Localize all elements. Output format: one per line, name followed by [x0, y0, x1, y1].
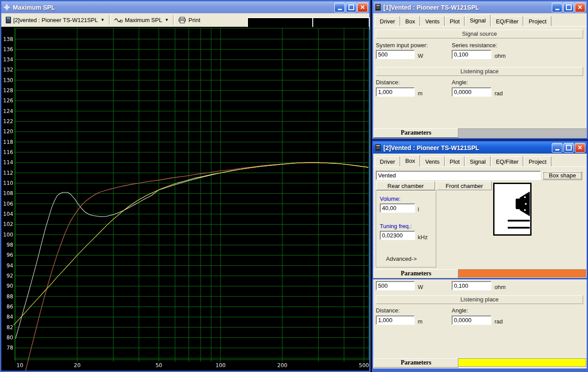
print-icon: [178, 17, 186, 23]
front-chamber-tab[interactable]: Front chamber: [437, 181, 492, 190]
tab-box[interactable]: Box: [401, 16, 420, 26]
maximize-button[interactable]: [346, 3, 356, 12]
y-tick-label: 114: [3, 159, 13, 165]
parameters-button[interactable]: Parameters: [374, 269, 458, 278]
tab-signal[interactable]: Signal: [465, 15, 491, 26]
tuning-freq-label: Tuning freq.:: [380, 223, 412, 229]
tab-eq-filter[interactable]: EQ/Filter: [491, 16, 523, 26]
power-unit: W: [418, 53, 423, 59]
tab-vents[interactable]: Vents: [420, 16, 445, 26]
series-resistance-label: Series resistance:: [452, 42, 497, 49]
y-tick-label: 86: [7, 304, 13, 310]
project-selector[interactable]: [2]vented : Pioneer TS-W121SPL: [13, 17, 98, 23]
print-button[interactable]: Print: [188, 17, 200, 23]
angle-label: Angle:: [452, 79, 468, 86]
maximize-button[interactable]: [563, 3, 574, 12]
minimize-button[interactable]: [334, 3, 345, 12]
maximize-button[interactable]: [563, 143, 574, 153]
y-tick-label: 118: [3, 139, 13, 145]
parameters-button[interactable]: Parameters: [374, 128, 458, 138]
y-tick-label: 116: [3, 149, 13, 155]
volume-field[interactable]: [380, 203, 415, 213]
window2-tabs: DriverBoxVentsPlotSignalEQ/FilterProject: [373, 154, 587, 166]
spl-chart-svg[interactable]: 1381361341321301281261241221201181161141…: [1, 27, 369, 371]
series-resistance-field[interactable]: [452, 50, 491, 59]
project-icon: [6, 17, 11, 23]
window1-tabs: DriverBoxVentsPlotSignalEQ/FilterProject: [373, 13, 587, 26]
parameters-button[interactable]: Parameters: [374, 358, 458, 368]
y-tick-label: 110: [3, 180, 13, 186]
window1-title: [1]Vented : Pioneer TS-W121SPL: [383, 4, 552, 11]
window2-status-bar: [458, 269, 586, 278]
minimize-button[interactable]: [552, 3, 562, 12]
y-tick-label: 104: [3, 211, 13, 217]
y-tick-label: 82: [7, 324, 13, 331]
window1-parameters-row: Parameters: [373, 128, 587, 138]
x-tick-label: 10: [16, 362, 23, 368]
toolbar-separator: [109, 15, 111, 25]
listening-place-header: Listening place: [376, 295, 583, 304]
y-tick-label: 134: [3, 56, 13, 63]
y-tick-label: 124: [3, 108, 13, 114]
signal-source-header: Signal source: [376, 30, 583, 38]
window3-parameters-row: Parameters: [373, 358, 587, 368]
tab-eq-filter[interactable]: EQ/Filter: [491, 156, 523, 167]
distance-field[interactable]: [376, 87, 415, 97]
y-tick-label: 88: [7, 293, 13, 300]
spl-chart[interactable]: 1381361341321301281261241221201181161141…: [1, 27, 369, 370]
desktop: { "chart_data": { "type": "line", "title…: [0, 0, 588, 372]
x-tick-label: 20: [74, 362, 80, 368]
distance-unit: m: [418, 90, 423, 97]
y-tick-label: 128: [3, 87, 13, 94]
y-tick-label: 122: [3, 118, 13, 124]
plot-window: Maximum SPL ✕ [2]vented : Pioneer TS-W12…: [0, 0, 371, 372]
series-resistance-field[interactable]: [452, 281, 491, 290]
minimize-button[interactable]: [552, 143, 562, 153]
tab-driver[interactable]: Driver: [375, 16, 400, 26]
chart-background: [1, 27, 369, 371]
angle-field[interactable]: [452, 87, 491, 97]
y-tick-label: 112: [3, 170, 13, 176]
power-unit: W: [418, 284, 423, 290]
box-shape-button[interactable]: Box shape: [543, 171, 582, 180]
project-selector-arrow[interactable]: ▼: [101, 18, 105, 22]
distance-label: Distance:: [376, 307, 400, 314]
project-window-2: [2]Vented : Pioneer TS-W121SPL ✕ DriverB…: [372, 140, 588, 279]
angle-field[interactable]: [452, 316, 491, 325]
distance-unit: m: [418, 318, 423, 325]
close-button[interactable]: ✕: [357, 3, 368, 12]
tab-driver[interactable]: Driver: [375, 156, 400, 167]
plot-type-selector[interactable]: Maximum SPL: [125, 17, 162, 23]
distance-field[interactable]: [376, 316, 415, 325]
y-tick-label: 94: [7, 263, 13, 269]
window1-signal-panel: Signal source System input power: Series…: [373, 26, 587, 128]
close-button[interactable]: ✕: [575, 143, 585, 153]
plot-type-selector-arrow[interactable]: ▼: [165, 18, 169, 22]
tuning-freq-field[interactable]: [380, 231, 415, 240]
plot-window-titlebar[interactable]: Maximum SPL ✕: [1, 1, 369, 13]
project-window-3: W ohm Listening place Distance: Angle: m…: [372, 279, 588, 372]
close-button[interactable]: ✕: [575, 3, 585, 12]
system-input-power-field[interactable]: [376, 50, 415, 59]
y-tick-label: 136: [3, 46, 13, 53]
tab-project[interactable]: Project: [524, 156, 551, 167]
advanced-button[interactable]: Advanced->: [386, 256, 417, 262]
window1-titlebar[interactable]: [1]Vented : Pioneer TS-W121SPL ✕: [373, 1, 587, 13]
system-input-power-field[interactable]: [376, 281, 415, 290]
box-type-field[interactable]: [376, 171, 541, 180]
tab-signal[interactable]: Signal: [465, 156, 491, 167]
y-tick-label: 100: [3, 232, 13, 238]
angle-unit: rad: [494, 318, 503, 325]
tab-box[interactable]: Box: [401, 155, 420, 167]
y-tick-label: 126: [3, 98, 13, 104]
tab-vents[interactable]: Vents: [420, 156, 445, 167]
x-tick-label: 500: [359, 362, 369, 368]
tab-plot[interactable]: Plot: [445, 156, 464, 167]
window3-status-bar: [458, 358, 586, 367]
tab-plot[interactable]: Plot: [445, 16, 464, 26]
project-window-1: [1]Vented : Pioneer TS-W121SPL ✕ DriverB…: [372, 0, 588, 139]
tab-project[interactable]: Project: [524, 16, 551, 26]
window2-titlebar[interactable]: [2]Vented : Pioneer TS-W121SPL ✕: [373, 142, 587, 154]
rear-chamber-tab[interactable]: Rear chamber: [376, 181, 435, 190]
toolbar-separator: [173, 15, 175, 25]
